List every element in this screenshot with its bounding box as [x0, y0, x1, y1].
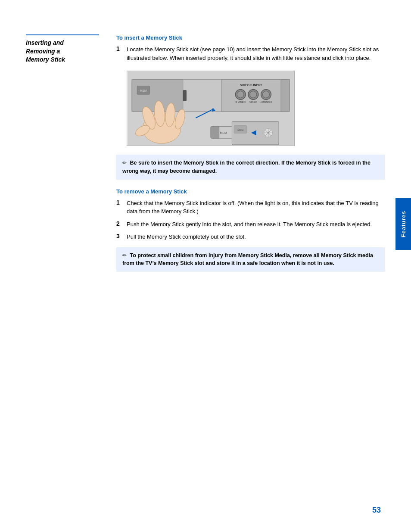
insert-heading: To insert a Memory Stick	[116, 34, 385, 41]
remove-note-text: To protect small children from injury fr…	[122, 252, 373, 267]
svg-rect-27	[211, 127, 219, 139]
svg-point-9	[237, 91, 244, 98]
remove-step-2-text: Push the Memory Stick gently into the sl…	[127, 220, 372, 229]
remove-step-number-2: 2	[116, 220, 123, 229]
page-container: Inserting and Removing a Memory Stick To…	[0, 0, 411, 532]
svg-rect-5	[183, 90, 187, 101]
svg-text:MEM: MEM	[220, 131, 227, 134]
insert-note-box: ✏ Be sure to insert the Memory Stick in …	[116, 155, 385, 180]
svg-text:VIDEO: VIDEO	[249, 101, 258, 103]
section-title: Inserting and Removing a Memory Stick	[26, 39, 99, 64]
remove-step-number-1: 1	[116, 199, 123, 216]
features-tab-label: Features	[400, 211, 407, 237]
remove-step-1: 1 Check that the Memory Stick indicator …	[116, 199, 385, 216]
features-tab: Features	[395, 198, 411, 250]
remove-step-1-text: Check that the Memory Stick indicator is…	[127, 199, 385, 216]
insert-note-text: Be sure to insert the Memory Stick in th…	[122, 160, 371, 174]
section-rule	[26, 34, 99, 35]
svg-rect-17	[281, 80, 290, 112]
main-content: To insert a Memory Stick 1 Locate the Me…	[112, 34, 385, 280]
section-title-column: Inserting and Removing a Memory Stick	[26, 34, 112, 280]
remove-heading: To remove a Memory Stick	[116, 188, 385, 195]
svg-point-13	[263, 91, 270, 98]
svg-text:L/MONO R: L/MONO R	[260, 101, 272, 103]
remove-step-2: 2 Push the Memory Stick gently into the …	[116, 220, 385, 229]
svg-point-11	[250, 91, 257, 98]
page-number: 53	[372, 506, 381, 515]
svg-text:S VIDEO: S VIDEO	[235, 101, 246, 103]
insert-steps: 1 Locate the Memory Stick slot (see page…	[116, 45, 385, 62]
svg-text:MEM: MEM	[140, 89, 147, 92]
remove-step-3: 3 Pull the Memory Stick completely out o…	[116, 233, 385, 241]
remove-step-number-3: 3	[116, 233, 123, 241]
remove-steps: 1 Check that the Memory Stick indicator …	[116, 199, 385, 241]
remove-note-icon: ✏	[122, 252, 127, 258]
remove-step-3-text: Pull the Memory Stick completely out of …	[127, 233, 246, 241]
content-area: Inserting and Removing a Memory Stick To…	[26, 34, 385, 280]
note-icon: ✏	[122, 160, 127, 166]
remove-note-box: ✏ To protect small children from injury …	[116, 247, 385, 272]
svg-text:VIDEO S INPUT: VIDEO S INPUT	[240, 84, 262, 87]
step-number-1: 1	[116, 45, 123, 62]
svg-text:MEM: MEM	[237, 129, 243, 131]
insert-step-1: 1 Locate the Memory Stick slot (see page…	[116, 45, 385, 62]
insert-step-1-text: Locate the Memory Stick slot (see page 1…	[127, 45, 385, 62]
illustration: MEM VIDEO S INPUT	[127, 71, 295, 146]
